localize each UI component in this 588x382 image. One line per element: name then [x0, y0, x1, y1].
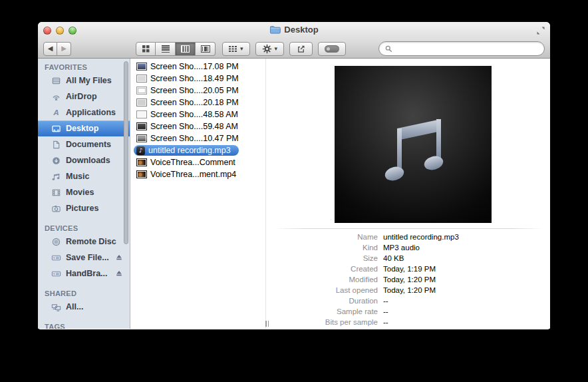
file-name: Screen Sho....20.05 PM [150, 86, 239, 95]
file-row[interactable]: VoiceThrea...Comment [130, 156, 265, 168]
metadata-value: -- [383, 306, 388, 317]
sidebar-item[interactable]: Desktop [38, 120, 130, 136]
screenshot-thumb-7 [136, 134, 147, 142]
sidebar-section-shared: SHARED All... [38, 289, 130, 315]
search-icon [384, 45, 393, 53]
file-name: Screen Sho....59.48 AM [150, 122, 238, 131]
sidebar-item[interactable]: Downloads [38, 152, 130, 168]
metadata-row: Name untitled recording.mp3 [266, 232, 550, 242]
sidebar-shared-list: All... [38, 299, 130, 315]
column-view-icon [181, 45, 190, 53]
sidebar-item[interactable]: Save File... [38, 250, 130, 266]
sidebar-item[interactable]: Movies [38, 184, 130, 200]
metadata-row: Kind MP3 audio [266, 242, 550, 253]
file-row[interactable]: Screen Sho....20.18 PM [130, 96, 265, 108]
sidebar-item-label: Applications [66, 108, 116, 117]
share-button[interactable] [289, 42, 313, 56]
sidebar-item[interactable]: Applications [38, 104, 130, 120]
eject-icon[interactable] [115, 254, 123, 262]
sidebar-item[interactable]: All... [38, 299, 130, 315]
title-bar[interactable]: Desktop [38, 22, 550, 39]
file-name: untitled recording.mp3 [148, 146, 231, 155]
zoom-button[interactable] [69, 27, 76, 35]
sidebar-item[interactable]: Pictures [38, 200, 130, 216]
sidebar-section-favorites: FAVORITES All My Files AirDrop [38, 63, 130, 216]
fullscreen-icon[interactable] [536, 26, 545, 35]
metadata-label: Size [266, 253, 383, 264]
metadata-label: Modified [266, 274, 383, 285]
arrange-menu-button[interactable]: ▾ [222, 42, 250, 56]
sidebar-item[interactable]: Documents [38, 136, 130, 152]
sidebar-item[interactable]: Remote Disc [38, 234, 130, 250]
file-row[interactable]: Screen Sho....48.58 AM [130, 108, 265, 120]
pictures-icon [51, 204, 61, 214]
file-row[interactable]: Screen Sho....20.05 PM [130, 85, 265, 96]
file-row[interactable]: VoiceThrea...ment.mp4 [130, 168, 265, 180]
sidebar-scrollbar[interactable] [124, 61, 128, 244]
file-row[interactable]: Screen Sho....10.47 PM [130, 132, 265, 144]
close-button[interactable] [43, 27, 51, 35]
eject-icon[interactable] [115, 270, 123, 278]
coverflow-view-icon [201, 45, 210, 53]
coverflow-view-button[interactable] [196, 42, 216, 56]
downloads-icon [51, 156, 61, 166]
file-list: Screen Sho....17.08 PM Screen Sho....18.… [130, 61, 265, 180]
metadata-label: Last opened [266, 285, 383, 295]
file-name: Screen Sho....18.49 PM [150, 74, 239, 83]
file-name: Screen Sho....48.58 AM [150, 110, 238, 119]
metadata-row: Created Today, 1:19 PM [266, 264, 550, 274]
file-row[interactable]: Screen Sho....59.48 AM [130, 120, 265, 132]
file-row[interactable]: Screen Sho....18.49 PM [130, 73, 265, 85]
arrange-icon [229, 46, 231, 47]
metadata-row: Sample rate -- [266, 306, 550, 317]
sidebar-section-header: DEVICES [38, 224, 130, 234]
file-row[interactable]: Screen Sho....17.08 PM [130, 61, 265, 73]
nav-buttons: ◀ ▶ [43, 42, 71, 56]
sidebar-item-label: All... [66, 302, 83, 311]
forward-button[interactable]: ▶ [57, 42, 71, 56]
chevron-down-icon: ▾ [240, 46, 243, 52]
back-button[interactable]: ◀ [43, 42, 57, 56]
network-icon [51, 302, 61, 312]
remote-disc-icon [51, 237, 61, 247]
column-resize-handle[interactable] [265, 321, 271, 327]
metadata-value: 40 KB [383, 253, 404, 264]
sidebar-item-label: Movies [66, 188, 94, 197]
tags-button[interactable] [318, 42, 346, 56]
sidebar-item[interactable]: Music [38, 168, 130, 184]
icon-view-button[interactable] [136, 42, 156, 56]
airdrop-icon [51, 92, 61, 102]
metadata-value: -- [383, 295, 388, 306]
file-row[interactable]: ♪ untitled recording.mp3 [130, 144, 265, 156]
metadata-value: Today, 1:19 PM [383, 264, 436, 274]
chevron-down-icon: ▾ [275, 46, 278, 52]
gear-icon [262, 44, 272, 54]
column-view-button[interactable] [176, 42, 196, 56]
screenshot-thumb-1 [136, 63, 147, 71]
metadata-list: Name untitled recording.mp3 Kind MP3 aud… [266, 232, 550, 327]
external-drive-icon [51, 269, 61, 279]
minimize-button[interactable] [56, 27, 64, 35]
metadata-value: Today, 1:20 PM [383, 274, 436, 285]
search-field [378, 41, 545, 56]
sidebar-item-label: Music [66, 172, 89, 181]
sidebar-favorites-list: All My Files AirDrop Applications [38, 73, 130, 216]
sidebar-item[interactable]: HandBra... [38, 266, 130, 282]
sidebar-item[interactable]: All My Files [38, 73, 130, 89]
tag-icon [325, 45, 339, 53]
sidebar-section-devices: DEVICES Remote Disc Save File... [38, 224, 130, 282]
applications-icon [51, 108, 61, 118]
sidebar-item[interactable]: AirDrop [38, 89, 130, 104]
sidebar: FAVORITES All My Files AirDrop [38, 59, 130, 329]
list-view-button[interactable] [156, 42, 176, 56]
sidebar-section-header: FAVORITES [38, 63, 130, 73]
metadata-value: untitled recording.mp3 [383, 232, 459, 242]
search-input[interactable] [396, 43, 539, 55]
finder-window: Desktop ◀ ▶ ▾ ▾ [38, 22, 550, 329]
action-menu-button[interactable]: ▾ [255, 42, 285, 56]
sidebar-section-header: TAGS [38, 323, 130, 329]
metadata-label: Created [266, 264, 383, 274]
file-name: Screen Sho....20.18 PM [150, 98, 239, 107]
sidebar-section-header: SHARED [38, 289, 130, 299]
documents-icon [51, 140, 61, 150]
